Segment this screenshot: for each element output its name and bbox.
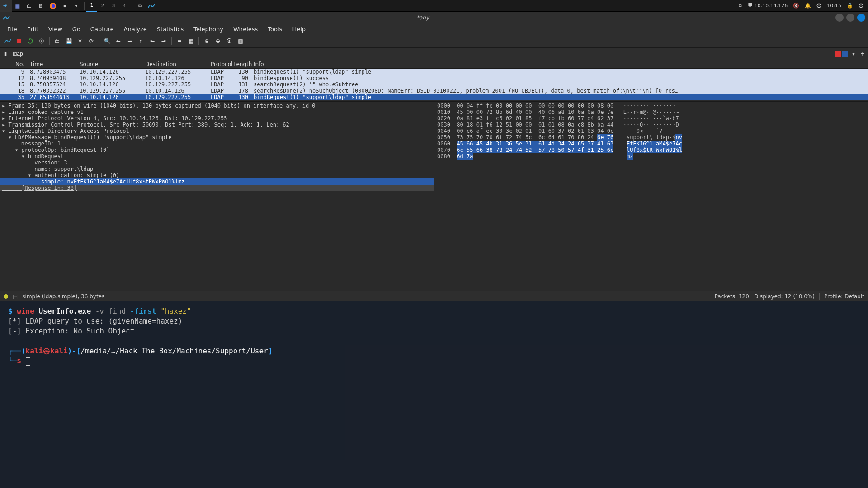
- menu-file[interactable]: File: [3, 24, 22, 34]
- close-file-icon[interactable]: ✕: [75, 36, 85, 46]
- clock[interactable]: 10:15: [827, 3, 841, 9]
- col-header-info[interactable]: Info: [251, 60, 868, 68]
- filter-add-icon[interactable]: +: [859, 51, 866, 57]
- workspace-1[interactable]: 1: [86, 0, 97, 12]
- tree-line[interactable]: ▸ Transmission Control Protocol, Src Por…: [0, 122, 434, 128]
- tree-line[interactable]: messageID: 1: [0, 141, 434, 147]
- tree-line[interactable]: ▸ Internet Protocol Version 4, Src: 10.1…: [0, 115, 434, 122]
- zoom-in-icon[interactable]: ⊕: [202, 36, 212, 46]
- screen-icon[interactable]: ⧉: [739, 3, 742, 9]
- hex-line[interactable]: 0020 0a 81 e3 ff c6 02 01 85 f7 cb fb 60…: [437, 115, 865, 122]
- capture-file-icon[interactable]: ▤: [13, 293, 18, 300]
- workspace-2[interactable]: 2: [97, 0, 108, 12]
- packet-row[interactable]: 3527.65854461310.10.14.12610.129.227.255…: [0, 94, 868, 100]
- hex-line[interactable]: 0000 00 04 ff fe 00 00 00 00 00 00 00 00…: [437, 103, 865, 109]
- reload-icon[interactable]: ⟳: [86, 36, 96, 46]
- tree-line[interactable]: ▾ authentication: simple (0): [0, 172, 434, 178]
- lock-icon[interactable]: 🔒: [847, 3, 853, 9]
- minimize-button[interactable]: [835, 14, 844, 22]
- col-header-destination[interactable]: Destination: [142, 60, 208, 68]
- tree-line[interactable]: ▾ protocolOp: bindRequest (0): [0, 147, 434, 153]
- tree-line[interactable]: ▾ bindRequest: [0, 153, 434, 160]
- filter-dropdown-icon[interactable]: ▾: [850, 51, 857, 57]
- menu-analyze[interactable]: Analyze: [119, 24, 151, 34]
- network-icon[interactable]: ⏻: [816, 3, 821, 9]
- display-filter-input[interactable]: [11, 49, 833, 58]
- menu-edit[interactable]: Edit: [23, 24, 43, 34]
- tree-line[interactable]: ▸ Frame 35: 130 bytes on wire (1040 bits…: [0, 103, 434, 109]
- wireshark-taskbar-icon[interactable]: [146, 0, 157, 12]
- go-to-packet-icon[interactable]: ∩: [136, 36, 146, 46]
- hex-line[interactable]: 0030 80 18 01 f6 12 51 00 00 01 01 08 0a…: [437, 122, 865, 128]
- packet-details-pane[interactable]: ▸ Frame 35: 130 bytes on wire (1040 bits…: [0, 102, 434, 291]
- col-header-length[interactable]: Length: [231, 60, 251, 68]
- text-editor-icon[interactable]: 🗎: [35, 0, 47, 12]
- hex-line[interactable]: 0040 00 c6 af ec 30 3c 02 01 01 60 37 02…: [437, 128, 865, 134]
- stop-capture-icon[interactable]: [14, 36, 24, 46]
- maximize-button[interactable]: [846, 14, 854, 22]
- go-last-icon[interactable]: ⇥: [159, 36, 169, 46]
- packet-list[interactable]: No. Time Source Destination Protocol Len…: [0, 60, 868, 101]
- window-list-icon[interactable]: ⧉: [134, 0, 146, 12]
- tree-line[interactable]: ▾ Lightweight Directory Access Protocol: [0, 128, 434, 134]
- files-icon[interactable]: 🗀: [24, 0, 35, 12]
- packet-row[interactable]: 98.72800347510.10.14.12610.129.227.255LD…: [0, 69, 868, 75]
- filter-bookmark-icon[interactable]: ▮: [2, 50, 9, 57]
- tree-line[interactable]: ▸ Linux cooked capture v1: [0, 109, 434, 115]
- menu-tools[interactable]: Tools: [263, 24, 287, 34]
- go-back-icon[interactable]: ←: [113, 36, 123, 46]
- hex-line[interactable]: 0010 45 00 00 72 8b 6d 40 00 40 06 a8 10…: [437, 109, 865, 115]
- menu-go[interactable]: Go: [68, 24, 85, 34]
- packet-row[interactable]: 158.75035752410.10.14.12610.129.227.255L…: [0, 81, 868, 88]
- expert-info-icon[interactable]: [4, 294, 8, 299]
- firefox-icon[interactable]: [47, 0, 59, 12]
- resize-columns-icon[interactable]: ▥: [236, 36, 245, 46]
- tree-line[interactable]: simple: nvEfEK16^1aM4$e7AclUf8x$tRWxPWO1…: [0, 178, 434, 185]
- menu-statistics[interactable]: Statistics: [152, 24, 188, 34]
- tree-line[interactable]: ▾ LDAPMessage bindRequest(1) "support\ld…: [0, 134, 434, 141]
- menu-telephony[interactable]: Telephony: [189, 24, 228, 34]
- zoom-reset-icon[interactable]: ⦿: [224, 36, 234, 46]
- find-packet-icon[interactable]: 🔍: [102, 36, 112, 46]
- terminal-icon[interactable]: ▪: [59, 0, 71, 12]
- menu-wireless[interactable]: Wireless: [229, 24, 262, 34]
- hex-line[interactable]: 0050 73 75 70 70 6f 72 74 5c 6c 64 61 70…: [437, 134, 865, 141]
- volume-muted-icon[interactable]: 🔇: [793, 3, 799, 9]
- menu-help[interactable]: Help: [288, 24, 310, 34]
- col-header-no[interactable]: No.: [0, 60, 27, 68]
- power-icon[interactable]: ⏻: [859, 3, 863, 9]
- save-file-icon[interactable]: 💾: [64, 36, 74, 46]
- zoom-out-icon[interactable]: ⊖: [213, 36, 223, 46]
- col-header-protocol[interactable]: Protocol: [208, 60, 231, 68]
- kali-menu-icon[interactable]: [0, 0, 12, 12]
- tree-line[interactable]: [Response In: 38]: [0, 185, 434, 191]
- packet-bytes-pane[interactable]: 0000 00 04 ff fe 00 00 00 00 00 00 00 00…: [434, 102, 868, 291]
- packet-row[interactable]: 188.77033232210.129.227.25510.10.14.126L…: [0, 88, 868, 94]
- start-capture-icon[interactable]: [3, 36, 13, 46]
- menu-view[interactable]: View: [44, 24, 67, 34]
- workspace-4[interactable]: 4: [119, 0, 130, 12]
- workspace-3[interactable]: 3: [108, 0, 119, 12]
- terminal-dropdown-icon[interactable]: ▾: [71, 0, 82, 12]
- go-first-icon[interactable]: ⇤: [147, 36, 157, 46]
- terminal[interactable]: $ wine UserInfo.exe -v find -first "haxe…: [0, 301, 868, 488]
- restart-capture-icon[interactable]: [25, 36, 35, 46]
- hex-line[interactable]: 0070 6c 55 66 38 78 24 74 52 57 78 50 57…: [437, 147, 865, 153]
- folder-icon[interactable]: ▣: [12, 0, 24, 12]
- close-button[interactable]: [857, 14, 865, 22]
- packet-row[interactable]: 128.74093940810.129.227.25510.10.14.126L…: [0, 75, 868, 81]
- auto-scroll-icon[interactable]: ≡: [175, 36, 184, 46]
- menu-capture[interactable]: Capture: [86, 24, 118, 34]
- tree-line[interactable]: version: 3: [0, 160, 434, 166]
- open-file-icon[interactable]: 🗀: [52, 36, 62, 46]
- tree-line[interactable]: name: support\ldap: [0, 166, 434, 172]
- col-header-source[interactable]: Source: [77, 60, 142, 68]
- colorize-icon[interactable]: ▦: [186, 36, 196, 46]
- status-profile[interactable]: Profile: Default: [824, 293, 864, 300]
- hex-line[interactable]: 0060 45 66 45 4b 31 36 5e 31 61 4d 34 24…: [437, 141, 865, 147]
- col-header-time[interactable]: Time: [27, 60, 77, 68]
- capture-options-icon[interactable]: [37, 36, 47, 46]
- go-forward-icon[interactable]: →: [125, 36, 135, 46]
- notifications-icon[interactable]: 🔔: [805, 3, 811, 9]
- hex-line[interactable]: 0080 6d 7a mz: [437, 153, 865, 160]
